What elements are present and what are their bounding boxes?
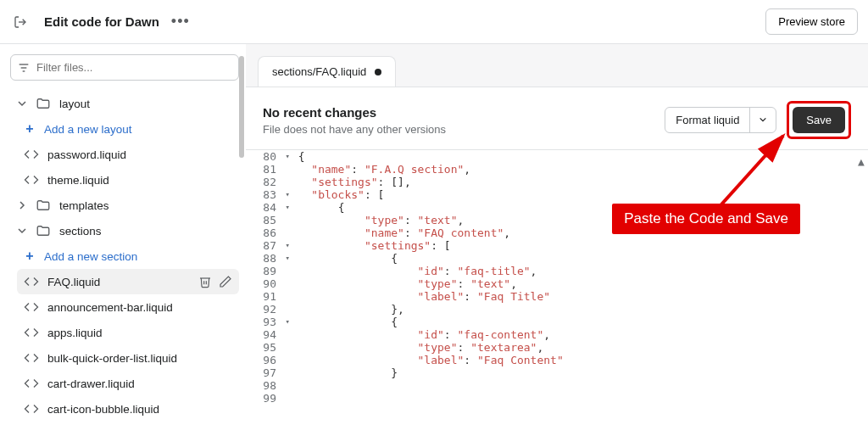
folder-label: templates bbox=[59, 199, 109, 212]
code-file-icon bbox=[24, 350, 39, 366]
filter-icon bbox=[17, 61, 31, 75]
page-title: Edit code for Dawn bbox=[44, 14, 159, 29]
code-line[interactable]: 99 bbox=[246, 392, 868, 405]
code-line[interactable]: 90 "type": "text", bbox=[246, 277, 868, 290]
file-theme[interactable]: theme.liquid bbox=[17, 167, 239, 193]
sidebar-scrollbar[interactable] bbox=[239, 56, 244, 158]
code-file-icon bbox=[24, 376, 39, 391]
top-bar: Edit code for Dawn ••• Preview store bbox=[0, 0, 868, 44]
code-line[interactable]: 98 bbox=[246, 379, 868, 392]
code-line[interactable]: 97 } bbox=[246, 366, 868, 379]
save-button[interactable]: Save bbox=[793, 107, 845, 133]
code-editor[interactable]: ▲ 80▾ {81 "name": "F.A.Q section",82 "se… bbox=[246, 150, 868, 436]
file-tab[interactable]: sections/FAQ.liquid bbox=[258, 56, 396, 87]
code-file-icon bbox=[24, 325, 39, 340]
plus-icon: + bbox=[24, 121, 36, 137]
chevron-right-icon bbox=[17, 200, 27, 210]
unsaved-dot-icon bbox=[375, 69, 381, 75]
editor-pane: sections/FAQ.liquid No recent changes Fi… bbox=[246, 44, 868, 436]
folder-label: sections bbox=[59, 225, 102, 238]
add-section-link[interactable]: + Add a new section bbox=[17, 243, 239, 269]
code-line[interactable]: 87▾ "settings": [ bbox=[246, 239, 868, 252]
folder-templates[interactable]: templates bbox=[10, 193, 239, 218]
code-file-icon bbox=[24, 172, 39, 187]
code-line[interactable]: 93▾ { bbox=[246, 316, 868, 328]
file-sidebar: layout + Add a new layout password.liqui… bbox=[0, 44, 246, 436]
add-layout-link[interactable]: + Add a new layout bbox=[17, 116, 239, 142]
pencil-icon[interactable] bbox=[219, 275, 232, 288]
file-apps[interactable]: apps.liquid bbox=[17, 320, 239, 345]
code-line[interactable]: 96 "label": "Faq Content" bbox=[246, 354, 868, 366]
code-line[interactable]: 83▾ "blocks": [ bbox=[246, 188, 868, 201]
code-file-icon bbox=[24, 274, 39, 289]
code-line[interactable]: 92 }, bbox=[246, 303, 868, 316]
chevron-down-icon bbox=[17, 98, 27, 109]
file-faq[interactable]: FAQ.liquid bbox=[17, 269, 239, 294]
instruction-callout: Paste the Code and Save bbox=[612, 204, 800, 234]
code-line[interactable]: 89 "id": "faq-title", bbox=[246, 265, 868, 277]
folder-icon bbox=[36, 223, 51, 238]
code-line[interactable]: 88▾ { bbox=[246, 252, 868, 265]
plus-icon: + bbox=[24, 249, 36, 264]
trash-icon[interactable] bbox=[198, 275, 212, 288]
code-line[interactable]: 95 "type": "textarea", bbox=[246, 341, 868, 354]
file-cart-drawer[interactable]: cart-drawer.liquid bbox=[17, 371, 239, 396]
code-line[interactable]: 81 "name": "F.A.Q section", bbox=[246, 163, 868, 176]
code-file-icon bbox=[24, 299, 39, 315]
changes-title: No recent changes bbox=[263, 105, 446, 120]
scroll-up-icon[interactable]: ▲ bbox=[858, 155, 866, 164]
folder-icon bbox=[36, 96, 51, 111]
code-line[interactable]: 82 "settings": [], bbox=[246, 176, 868, 188]
code-line[interactable]: 80▾ { bbox=[246, 150, 868, 163]
folder-label: layout bbox=[59, 98, 90, 110]
format-liquid-button[interactable]: Format liquid bbox=[665, 107, 776, 133]
changes-subtitle: File does not have any other versions bbox=[263, 123, 446, 136]
folder-layout[interactable]: layout bbox=[10, 91, 239, 116]
chevron-down-icon[interactable] bbox=[749, 108, 776, 132]
more-icon[interactable]: ••• bbox=[171, 13, 190, 31]
folder-icon bbox=[36, 198, 51, 213]
code-line[interactable]: 91 "label": "Faq Title" bbox=[246, 290, 868, 303]
file-password[interactable]: password.liquid bbox=[17, 142, 239, 167]
file-announcement[interactable]: announcement-bar.liquid bbox=[17, 294, 239, 320]
code-line[interactable]: 94 "id": "faq-content", bbox=[246, 328, 868, 341]
code-file-icon bbox=[24, 147, 39, 162]
file-cart-icon[interactable]: cart-icon-bubble.liquid bbox=[17, 396, 239, 422]
file-bulk[interactable]: bulk-quick-order-list.liquid bbox=[17, 345, 239, 371]
save-highlight: Save bbox=[787, 101, 851, 139]
preview-store-button[interactable]: Preview store bbox=[765, 8, 858, 35]
folder-sections[interactable]: sections bbox=[10, 218, 239, 243]
code-file-icon bbox=[24, 401, 39, 416]
exit-icon[interactable] bbox=[12, 14, 29, 31]
chevron-down-icon bbox=[17, 226, 27, 236]
filter-files-input[interactable] bbox=[10, 54, 239, 81]
